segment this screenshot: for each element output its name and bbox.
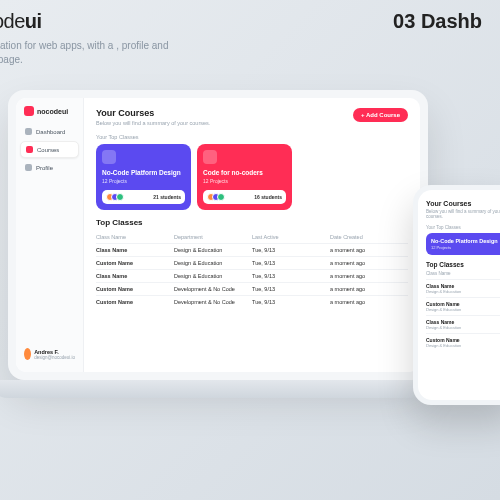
course-title: Code for no-coders (203, 169, 286, 176)
phone-table-title: Top Classes (426, 261, 500, 268)
phone-top-label: Your Top Classes (426, 225, 500, 230)
sidebar: nocodeui Dashboard Courses Profile Andre… (16, 98, 84, 372)
classes-table: Class Name Department Last Active Date C… (96, 231, 408, 308)
phone-frame: Your Courses Below you will find a summa… (413, 185, 500, 405)
logo-icon (24, 106, 34, 116)
main-content: Your Courses Below you will find a summa… (84, 98, 420, 372)
add-course-label: + Add Course (361, 112, 400, 118)
brand-logo: nocodeui (0, 10, 42, 33)
phone-table-row[interactable]: Class NameDesign & Education (426, 315, 500, 333)
course-icon (203, 150, 217, 164)
course-icon (102, 150, 116, 164)
page-title: Your Courses (96, 108, 210, 118)
grid-icon (25, 128, 32, 135)
student-count: 16 students (254, 194, 282, 200)
sidebar-item-courses[interactable]: Courses (20, 141, 79, 158)
phone-table-row[interactable]: Custom NameDesign & Education (426, 297, 500, 315)
phone-course-card[interactable]: No-Code Platform Design 12 Projects (426, 233, 500, 255)
avatar-group (207, 193, 225, 201)
laptop-base (0, 380, 446, 398)
logo-text: nocodeui (37, 108, 68, 115)
course-card[interactable]: No-Code Platform Design 12 Projects 21 s… (96, 144, 191, 210)
phone-page-title: Your Courses (426, 200, 500, 207)
add-course-button[interactable]: + Add Course (353, 108, 408, 122)
book-icon (26, 146, 33, 153)
sidebar-item-profile[interactable]: Profile (20, 160, 79, 175)
col-last: Last Active (252, 231, 330, 243)
phone-page-subtitle: Below you will find a summary of your co… (426, 209, 500, 219)
nav-label: Courses (37, 147, 59, 153)
course-sub: 12 Projects (102, 178, 185, 184)
sidebar-item-dashboard[interactable]: Dashboard (20, 124, 79, 139)
nav-label: Profile (36, 165, 53, 171)
sidebar-user[interactable]: Andres F. design@nocodeui.io (20, 344, 79, 364)
table-row[interactable]: Class NameDesign & EducationTue, 9/13a m… (96, 243, 408, 256)
page-subtitle: Below you will find a summary of your co… (96, 120, 210, 126)
course-card[interactable]: Code for no-coders 12 Projects 16 studen… (197, 144, 292, 210)
avatar-group (106, 193, 124, 201)
table-row[interactable]: Custom NameDevelopment & No CodeTue, 9/1… (96, 295, 408, 308)
table-row[interactable]: Class NameDesign & EducationTue, 9/13a m… (96, 269, 408, 282)
app-logo: nocodeui (20, 106, 79, 116)
avatar (24, 348, 31, 360)
user-icon (25, 164, 32, 171)
phone-table-row[interactable]: Custom NameDesign & Education (426, 333, 500, 351)
laptop-frame: nocodeui Dashboard Courses Profile Andre… (8, 90, 428, 380)
slot-label: 03 Dashb (393, 10, 482, 33)
course-title: No-Code Platform Design (102, 169, 185, 176)
user-email: design@nocodeui.io (34, 355, 75, 360)
table-title: Top Classes (96, 218, 408, 227)
table-row[interactable]: Custom NameDevelopment & No CodeTue, 9/1… (96, 282, 408, 295)
phone-card-title: No-Code Platform Design (431, 238, 500, 244)
phone-card-sub: 12 Projects (431, 245, 500, 250)
tagline: flat navigation for web apps, with a , p… (0, 39, 200, 67)
course-sub: 12 Projects (203, 178, 286, 184)
col-created: Date Created (330, 231, 408, 243)
phone-col-name: Class Name (426, 271, 500, 276)
top-classes-label: Your Top Classes (96, 134, 408, 140)
nav-label: Dashboard (36, 129, 65, 135)
col-dept: Department (174, 231, 252, 243)
table-row[interactable]: Custom NameDesign & EducationTue, 9/13a … (96, 256, 408, 269)
phone-table-row[interactable]: Class NameDesign & Education (426, 279, 500, 297)
student-count: 21 students (153, 194, 181, 200)
col-name: Class Name (96, 231, 174, 243)
